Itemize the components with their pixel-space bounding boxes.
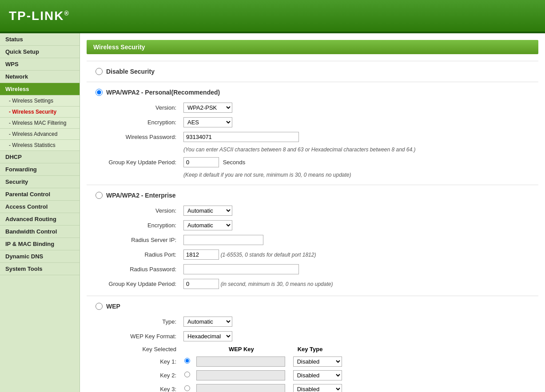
wpa-enterprise-group-key-cell: (in second, minimum is 30, 0 means no up…	[180, 277, 336, 291]
wpa-personal-password-cell	[180, 130, 419, 144]
sidebar-sub-wireless-security[interactable]: - Wireless Security	[0, 107, 80, 118]
wep-key2-label: Key 2:	[100, 368, 180, 382]
wpa-enterprise-radius-password-cell	[180, 262, 336, 277]
disable-security-label: Disable Security	[106, 68, 155, 75]
wpa-personal-version-label: Version:	[100, 100, 180, 115]
sidebar-item-system-tools[interactable]: System Tools	[0, 263, 80, 275]
wep-key3-type-cell: Disabled 64-bit 128-bit 152-bit	[289, 382, 346, 392]
wpa-personal-encryption-label: Encryption:	[100, 115, 180, 130]
wep-key1-type-cell: Disabled 64-bit 128-bit 152-bit	[289, 355, 346, 368]
wpa-personal-encryption-row: Encryption: AES TKIP Automatic	[100, 115, 419, 130]
wep-type-label: Type:	[100, 314, 180, 329]
wpa-personal-group-key-label: Group Key Update Period:	[100, 155, 180, 170]
wpa-enterprise-radius-port-row: Radius Port: (1-65535, 0 stands for defa…	[100, 247, 336, 262]
sidebar-item-advanced-routing[interactable]: Advanced Routing	[0, 213, 80, 226]
wpa-enterprise-form: Version: Automatic WPA2 WPA Encryption: …	[100, 203, 336, 291]
wpa-personal-version-cell: WPA2-PSK WPA-PSK Automatic	[180, 100, 419, 115]
wpa-enterprise-version-label: Version:	[100, 203, 180, 218]
wpa-enterprise-version-cell: Automatic WPA2 WPA	[180, 203, 336, 218]
sidebar-item-dynamic-dns[interactable]: Dynamic DNS	[0, 250, 80, 263]
wep-key1-input[interactable]	[196, 356, 285, 367]
wpa-personal-group-key-hint-row: (Keep it default if you are not sure, mi…	[100, 170, 419, 180]
wep-section: WEP Type: Automatic Open System Shared K…	[87, 303, 538, 392]
wep-type-cell: Automatic Open System Shared Key	[180, 314, 289, 329]
wep-key2-type-cell: Disabled 64-bit 128-bit 152-bit	[289, 368, 346, 382]
sidebar: Status Quick Setup WPS Network Wireless …	[0, 33, 80, 392]
sidebar-item-quick-setup[interactable]: Quick Setup	[0, 46, 80, 58]
wep-format-select[interactable]: Hexadecimal ASCII	[183, 331, 232, 341]
wep-key-type-col-header: Key Type	[298, 346, 323, 352]
wep-key1-label: Key 1:	[100, 355, 180, 368]
wpa-personal-password-hint: (You can enter ASCII characters between …	[180, 144, 419, 155]
sidebar-sub-wireless-settings[interactable]: - Wireless Settings	[0, 95, 80, 107]
logo: TP-LINK®	[9, 9, 70, 23]
divider-2	[87, 185, 538, 185]
wep-key3-type-select[interactable]: Disabled 64-bit 128-bit 152-bit	[293, 384, 342, 392]
wep-key1-type-select[interactable]: Disabled 64-bit 128-bit 152-bit	[293, 356, 342, 367]
wep-key2-row: Key 2: Disabled 64-bit 128-bit 152-bit	[100, 368, 346, 382]
seconds-label: Seconds	[223, 159, 246, 166]
divider-top	[87, 61, 538, 61]
wep-format-cell: Hexadecimal ASCII	[180, 329, 289, 344]
wep-type-select[interactable]: Automatic Open System Shared Key	[183, 317, 232, 327]
sidebar-item-dhcp[interactable]: DHCP	[0, 151, 80, 163]
wep-key-type-header-cell: Key Type	[289, 344, 346, 355]
wep-radio[interactable]	[95, 303, 103, 310]
wpa-personal-password-input[interactable]	[183, 132, 299, 142]
wpa-personal-password-hint-row: (You can enter ASCII characters between …	[100, 144, 419, 155]
wep-key2-radio[interactable]	[184, 372, 190, 377]
wpa-enterprise-radius-ip-cell	[180, 233, 336, 247]
wep-key2-type-select[interactable]: Disabled 64-bit 128-bit 152-bit	[293, 370, 342, 380]
sidebar-item-access-control[interactable]: Access Control	[0, 201, 80, 213]
sidebar-item-status[interactable]: Status	[0, 33, 80, 46]
wpa-personal-group-key-input[interactable]	[183, 157, 219, 167]
sidebar-item-bandwidth-control[interactable]: Bandwidth Control	[0, 226, 80, 238]
wpa-enterprise-radius-port-hint: (1-65535, 0 stands for default port 1812…	[221, 252, 316, 258]
wpa-enterprise-encryption-row: Encryption: Automatic AES TKIP	[100, 218, 336, 233]
sidebar-item-ip-mac-binding[interactable]: IP & MAC Binding	[0, 238, 80, 250]
sidebar-item-wireless[interactable]: Wireless	[0, 83, 80, 95]
wpa-enterprise-version-row: Version: Automatic WPA2 WPA	[100, 203, 336, 218]
wpa-personal-password-label: Wireless Password:	[100, 130, 180, 144]
wep-key3-radio[interactable]	[184, 385, 190, 391]
wpa-enterprise-radius-ip-label: Radius Server IP:	[100, 233, 180, 247]
wep-key2-input[interactable]	[196, 370, 285, 380]
wpa-enterprise-radius-port-cell: (1-65535, 0 stands for default port 1812…	[180, 247, 336, 262]
wpa-enterprise-group-key-input[interactable]	[183, 279, 219, 289]
wpa-enterprise-radius-ip-input[interactable]	[183, 235, 263, 245]
sidebar-sub-wireless-statistics[interactable]: - Wireless Statistics	[0, 140, 80, 151]
wpa-enterprise-group-key-row: Group Key Update Period: (in second, min…	[100, 277, 336, 291]
sidebar-sub-wireless-advanced[interactable]: - Wireless Advanced	[0, 129, 80, 140]
wep-key3-row: Key 3: Disabled 64-bit 128-bit 152-bit	[100, 382, 346, 392]
disable-security-radio[interactable]	[95, 68, 103, 75]
sidebar-item-security[interactable]: Security	[0, 176, 80, 188]
page-title: Wireless Security	[87, 40, 538, 54]
sidebar-item-network[interactable]: Network	[0, 71, 80, 83]
wpa-enterprise-radio[interactable]	[95, 192, 103, 199]
sidebar-sub-wireless-mac-filtering[interactable]: - Wireless MAC Filtering	[0, 118, 80, 129]
layout: Status Quick Setup WPS Network Wireless …	[0, 33, 545, 392]
wpa-enterprise-radius-password-label: Radius Password:	[100, 262, 180, 277]
wpa-enterprise-encryption-select[interactable]: Automatic AES TKIP	[183, 220, 232, 230]
wpa-enterprise-encryption-cell: Automatic AES TKIP	[180, 218, 336, 233]
wep-key-selected-header: Key Selected	[100, 344, 180, 355]
sidebar-item-parental-control[interactable]: Parental Control	[0, 188, 80, 201]
wpa-personal-version-row: Version: WPA2-PSK WPA-PSK Automatic	[100, 100, 419, 115]
wep-key3-input[interactable]	[196, 384, 285, 392]
wpa-enterprise-encryption-label: Encryption:	[100, 218, 180, 233]
wpa-enterprise-radius-password-row: Radius Password:	[100, 262, 336, 277]
wpa-enterprise-radius-port-input[interactable]	[183, 249, 219, 260]
wep-key1-radio[interactable]	[184, 358, 190, 364]
wpa-personal-radio[interactable]	[95, 89, 103, 96]
wpa-personal-group-key-hint: (Keep it default if you are not sure, mi…	[180, 170, 419, 180]
wpa-enterprise-group-key-label: Group Key Update Period:	[100, 277, 180, 291]
sidebar-item-forwarding[interactable]: Forwarding	[0, 163, 80, 176]
disable-security-option: Disable Security	[95, 68, 538, 75]
wpa-personal-encryption-select[interactable]: AES TKIP Automatic	[183, 117, 232, 127]
wpa-personal-version-select[interactable]: WPA2-PSK WPA-PSK Automatic	[183, 103, 232, 113]
wep-key2-cell	[180, 368, 289, 382]
sidebar-item-wps[interactable]: WPS	[0, 58, 80, 71]
wpa-enterprise-radius-password-input[interactable]	[183, 264, 299, 274]
wpa-personal-form: Version: WPA2-PSK WPA-PSK Automatic Encr…	[100, 100, 419, 180]
wpa-enterprise-version-select[interactable]: Automatic WPA2 WPA	[183, 206, 232, 216]
